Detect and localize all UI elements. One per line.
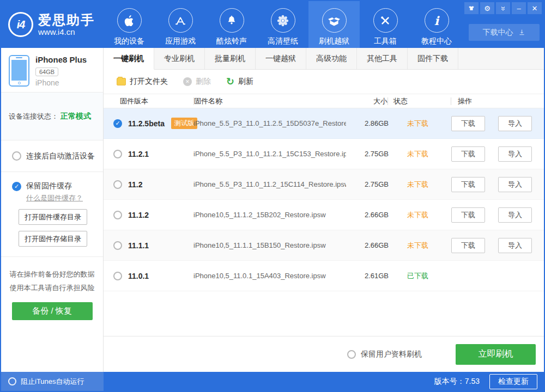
delete-label: 删除 [196, 77, 211, 87]
check-update-button[interactable]: 检查更新 [489, 374, 537, 389]
iphone-icon [9, 55, 29, 87]
open-folder-button[interactable]: 打开文件夹 [117, 77, 168, 87]
skin-icon[interactable] [464, 2, 479, 14]
import-button[interactable]: 导入 [498, 177, 532, 192]
column-operation: 操作 [451, 96, 544, 106]
backup-warning-panel: 请在操作前备份好您的数据 使用本工具请自行承担风险 备份 / 恢复 [1, 257, 103, 320]
nav-apps-games[interactable]: 应用游戏 [155, 1, 206, 48]
backup-restore-button[interactable]: 备份 / 恢复 [12, 302, 93, 320]
footer-right: 版本号：7.53 检查更新 [104, 372, 544, 391]
firmware-version: 11.2 [128, 180, 142, 189]
auto-activate-radio[interactable] [12, 151, 21, 161]
what-is-cache-link[interactable]: 什么是固件缓存？ [26, 193, 103, 203]
status-badge: 未下载 [407, 119, 428, 128]
table-row-11-1-1[interactable]: 11.1.1 iPhone10,5_11.1.1_15B150_Restore.… [104, 230, 544, 261]
folder-icon [117, 78, 126, 85]
table-row-11-0-1[interactable]: 11.0.1 iPhone10,5_11.0.1_15A403_Restore.… [104, 261, 544, 291]
nav-tutorials[interactable]: i 教程中心 [411, 1, 462, 48]
tab-other-tools[interactable]: 其他工具 [357, 48, 408, 69]
bell-icon [220, 8, 244, 33]
table-row-11-1-2[interactable]: 11.1.2 iPhone10,5_11.1.2_15B202_Restore.… [104, 200, 544, 230]
firmware-size: 2.75GB [365, 150, 389, 158]
column-size: 大小 [349, 96, 387, 106]
tab-advanced[interactable]: 高级功能 [306, 48, 357, 69]
row-radio[interactable] [113, 180, 122, 189]
open-cache-dir-button[interactable]: 打开固件缓存目录 [19, 209, 87, 225]
refresh-button[interactable]: ↻ 刷新 [226, 77, 253, 87]
status-badge: 已下载 [407, 271, 428, 281]
download-button[interactable]: 下载 [451, 238, 485, 253]
close-icon[interactable]: ✕ [528, 2, 542, 14]
firmware-version: 11.2.1 [128, 150, 149, 158]
tab-one-click-jailbreak[interactable]: 一键越狱 [256, 48, 306, 69]
keep-user-data-radio[interactable] [347, 350, 356, 359]
row-radio[interactable] [113, 272, 122, 280]
keep-user-data-option[interactable]: 保留用户资料刷机 [347, 350, 422, 359]
tab-firmware-download[interactable]: 固件下载 [408, 48, 458, 69]
check-icon: ✓ [115, 120, 120, 127]
app-logo: i4 爱思助手 www.i4.cn [1, 1, 104, 48]
firmware-cache-panel: ✓ 保留固件缓存 什么是固件缓存？ 打开固件缓存目录 打开固件存储目录 [1, 172, 103, 257]
tab-pro-flash[interactable]: 专业刷机 [154, 48, 205, 69]
gear-glyph: ⚙ [484, 4, 491, 13]
download-button[interactable]: 下载 [451, 146, 485, 162]
nav-my-devices[interactable]: 我的设备 [104, 1, 155, 48]
minus-glyph: – [517, 4, 520, 13]
import-button[interactable]: 导入 [498, 146, 532, 162]
nav-toolbox[interactable]: 工具箱 [360, 1, 411, 48]
delete-button[interactable]: ✕ 删除 [183, 77, 211, 87]
firmware-version: 11.0.1 [128, 272, 149, 280]
table-row-11-2-5beta[interactable]: ✓ 11.2.5beta 测试版 iPhone_5.5_P3_11.0_11.2… [104, 108, 544, 139]
status-badge: 未下载 [407, 149, 428, 159]
flower-icon [271, 8, 295, 33]
nav-flash-jailbreak[interactable]: 刷机越狱 [308, 1, 360, 48]
nav-label: 刷机越狱 [308, 36, 360, 46]
keep-cache-checkbox[interactable]: ✓ [12, 182, 21, 191]
table-row-11-2-1[interactable]: 11.2.1 iPhone_5.5_P3_11.0_11.2.1_15C153_… [104, 139, 544, 169]
app-title: 爱思助手 [38, 13, 95, 28]
i4-logo-icon: i4 [8, 12, 33, 37]
auto-activate-option[interactable]: 连接后自动激活设备 [1, 140, 103, 172]
device-name: iPhone8 Plus [35, 55, 87, 64]
download-center-button[interactable]: 下载中心 [469, 24, 540, 41]
firmware-name: iPhone_5.5_P3_11.0_11.2.1_15C153_Restore… [193, 150, 346, 158]
window-controls: ⚙ – ✕ [464, 2, 542, 14]
auto-activate-label: 连接后自动激活设备 [26, 151, 95, 161]
refresh-icon: ↻ [226, 77, 234, 87]
table-row-11-2[interactable]: 11.2 iPhone_5.5_P3_11.0_11.2_15C114_Rest… [104, 169, 544, 200]
firmware-name: iPhone_5.5_P3_11.0_11.2.5_15D5037e_Resto… [193, 119, 346, 127]
download-button[interactable]: 下载 [451, 116, 485, 131]
tab-batch-flash[interactable]: 批量刷机 [205, 48, 256, 69]
import-button[interactable]: 导入 [498, 238, 532, 253]
version-label: 版本号：7.53 [434, 377, 480, 387]
row-radio-checked[interactable]: ✓ [113, 119, 122, 128]
firmware-size: 2.66GB [365, 211, 389, 219]
row-radio[interactable] [113, 241, 122, 250]
header: i4 爱思助手 www.i4.cn 我的设备 应用游戏 [1, 1, 544, 48]
download-center-label: 下载中心 [483, 28, 513, 38]
status-badge: 未下载 [407, 210, 428, 220]
minimize-icon[interactable]: – [512, 2, 526, 14]
keep-cache-label: 保留固件缓存 [26, 181, 72, 191]
tab-one-click-flash[interactable]: 一键刷机 [104, 48, 154, 70]
open-storage-dir-button[interactable]: 打开固件存储目录 [19, 231, 87, 247]
firmware-size: 2.86GB [365, 119, 389, 127]
block-itunes-radio[interactable] [8, 377, 16, 385]
import-button[interactable]: 导入 [498, 207, 532, 223]
refresh-label: 刷新 [238, 77, 253, 87]
nav-ringtones[interactable]: 酷炫铃声 [206, 1, 257, 48]
main-area: iPhone8 Plus 64GB iPhone 设备连接状态： 正常模式 连接… [1, 48, 544, 372]
import-button[interactable]: 导入 [498, 116, 532, 131]
block-itunes-option[interactable]: 阻止iTunes自动运行 [1, 372, 104, 391]
row-radio[interactable] [113, 211, 122, 219]
download-button[interactable]: 下载 [451, 207, 485, 223]
settings-gear-icon[interactable]: ⚙ [480, 2, 494, 14]
apple-icon [117, 8, 142, 33]
collapse-icon[interactable] [496, 2, 510, 14]
flash-now-button[interactable]: 立即刷机 [456, 344, 536, 365]
keep-cache-option[interactable]: ✓ 保留固件缓存 [1, 181, 103, 191]
row-radio[interactable] [113, 150, 122, 158]
download-button[interactable]: 下载 [451, 177, 485, 192]
nav-wallpapers[interactable]: 高清壁纸 [257, 1, 308, 48]
nav-label: 应用游戏 [155, 36, 206, 46]
